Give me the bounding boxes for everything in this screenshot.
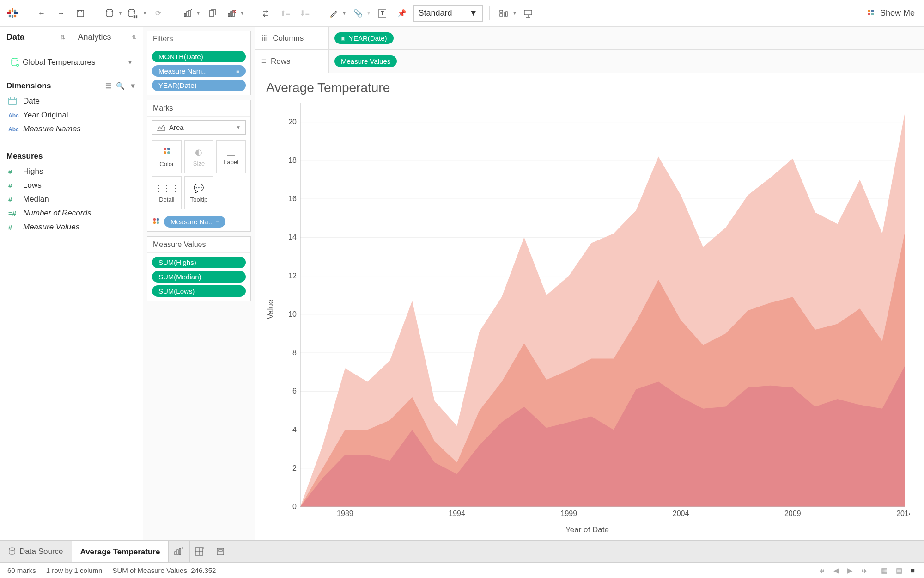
mv-pill-sum-median-[interactable]: SUM(Median) — [152, 271, 246, 283]
tab-data-source[interactable]: Data Source — [0, 541, 72, 562]
nav-last-button[interactable]: ⏭ — [859, 566, 870, 576]
data-pane: Data⇅ Analytics⇅ Global Temperatures ▼ D… — [0, 27, 143, 540]
chevron-down-icon[interactable]: ▼ — [342, 11, 346, 16]
view-full-button[interactable]: ■ — [909, 566, 917, 576]
svg-rect-2 — [7, 12, 11, 14]
datasource-selector[interactable]: Global Temperatures — [6, 54, 123, 71]
chevron-down-icon[interactable]: ▼ — [118, 11, 122, 16]
filter-pill-year-date-[interactable]: YEAR(Date) — [152, 80, 246, 91]
mark-color-button[interactable]: Color — [152, 140, 182, 173]
svg-text:20: 20 — [288, 118, 297, 126]
nav-prev-button[interactable]: ◀ — [832, 566, 841, 576]
measure-median[interactable]: #Median — [0, 192, 143, 206]
view-list-icon[interactable]: ☰ — [105, 82, 111, 90]
pause-data-button[interactable]: ▮▮ — [126, 6, 142, 21]
sort-desc-button[interactable]: ⬇≡ — [297, 6, 312, 21]
svg-rect-14 — [189, 10, 190, 17]
rows-pill-measure-values[interactable]: Measure Values — [334, 55, 397, 67]
logo-icon[interactable] — [5, 6, 20, 21]
new-worksheet-button[interactable]: + — [169, 541, 190, 562]
show-cards-button[interactable] — [496, 6, 512, 21]
database-icon — [11, 58, 19, 67]
svg-text:10: 10 — [288, 310, 297, 318]
tab-data[interactable]: Data⇅ — [0, 27, 72, 48]
mark-label-button[interactable]: TLabel — [216, 140, 246, 173]
rows-shelf[interactable]: ≡Rows Measure Values — [255, 50, 924, 73]
dimension-measure-names[interactable]: AbcMeasure Names — [0, 122, 143, 136]
tab-sheet-average-temperature[interactable]: Average Temperature — [72, 541, 169, 562]
svg-text:2014: 2014 — [896, 510, 910, 517]
swap-button[interactable] — [258, 6, 274, 21]
database-icon — [8, 547, 16, 556]
status-marks: 60 marks — [7, 566, 36, 574]
text-label-button[interactable]: T — [375, 6, 390, 21]
svg-text:2: 2 — [292, 464, 297, 472]
back-button[interactable]: ← — [34, 6, 49, 21]
duplicate-button[interactable] — [204, 6, 220, 21]
datasource-dropdown[interactable]: ▼ — [123, 54, 137, 71]
dimension-date[interactable]: Date — [0, 94, 143, 108]
svg-rect-77 — [177, 550, 178, 555]
svg-rect-78 — [179, 548, 181, 555]
sort-icon[interactable]: ⇅ — [61, 34, 65, 41]
columns-shelf[interactable]: iiiColumns ▣YEAR(Date) — [255, 27, 924, 50]
chart-title: Average Temperature — [264, 80, 910, 95]
tab-analytics[interactable]: Analytics⇅ — [72, 27, 143, 48]
svg-text:8: 8 — [292, 349, 297, 357]
mark-size-button[interactable]: ◐Size — [184, 140, 214, 173]
svg-rect-30 — [871, 13, 874, 15]
measure-highs[interactable]: #Highs — [0, 165, 143, 178]
svg-rect-8 — [77, 10, 84, 17]
save-button[interactable] — [73, 6, 88, 21]
view-split-button[interactable]: ▤ — [894, 566, 904, 576]
new-story-button[interactable]: + — [211, 541, 232, 562]
filter-pill-month-date-[interactable]: MONTH(Date) — [152, 51, 246, 62]
mark-type-selector[interactable]: Area ▼ — [152, 120, 246, 135]
group-button[interactable]: 📎 — [350, 6, 366, 21]
filter-pill-measure-nam-[interactable]: Measure Nam..≡ — [152, 65, 246, 77]
menu-icon[interactable]: ▼ — [129, 82, 136, 90]
new-worksheet-button[interactable]: + — [180, 6, 195, 21]
chevron-down-icon[interactable]: ▼ — [240, 11, 244, 16]
abc-icon: Abc — [8, 126, 18, 133]
forward-button[interactable]: → — [53, 6, 69, 21]
mv-pill-sum-highs-[interactable]: SUM(Highs) — [152, 257, 246, 268]
chart-plot[interactable]: 0246810121416182019891994199920042009201… — [277, 98, 910, 521]
nav-next-button[interactable]: ▶ — [845, 566, 855, 576]
show-me-button[interactable]: Show Me — [863, 6, 919, 20]
new-datasource-button[interactable] — [102, 6, 117, 21]
search-icon[interactable]: 🔍 — [116, 82, 125, 90]
chevron-down-icon[interactable]: ▼ — [513, 11, 517, 16]
columns-pill-year[interactable]: ▣YEAR(Date) — [334, 32, 394, 44]
clear-button[interactable] — [224, 6, 239, 21]
chevron-down-icon[interactable]: ▼ — [143, 11, 147, 16]
refresh-button[interactable]: ⟳ — [151, 6, 166, 21]
svg-point-43 — [153, 221, 156, 223]
new-dashboard-button[interactable]: + — [190, 541, 211, 562]
tooltip-icon: 💬 — [194, 183, 204, 193]
mark-tooltip-button[interactable]: 💬Tooltip — [184, 176, 214, 209]
measure-measure-values[interactable]: #Measure Values — [0, 220, 143, 234]
svg-rect-3 — [14, 12, 18, 14]
mark-detail-button[interactable]: ⋮⋮⋮Detail — [152, 176, 182, 209]
nav-first-button[interactable]: ⏮ — [816, 566, 827, 576]
svg-rect-82 — [217, 548, 224, 555]
svg-point-39 — [164, 151, 166, 154]
measure-number-of-records[interactable]: =#Number of Records — [0, 206, 143, 220]
dimension-year-original[interactable]: AbcYear Original — [0, 108, 143, 122]
view-grid-button[interactable]: ▦ — [879, 566, 889, 576]
svg-text:12: 12 — [288, 272, 297, 280]
svg-rect-1 — [12, 15, 13, 18]
measure-lows[interactable]: #Lows — [0, 178, 143, 192]
presentation-button[interactable] — [520, 6, 536, 21]
sort-asc-button[interactable]: ⬆≡ — [277, 6, 293, 21]
pin-button[interactable]: 📌 — [394, 6, 410, 21]
chevron-down-icon[interactable]: ▼ — [196, 11, 201, 16]
sort-icon[interactable]: ⇅ — [132, 34, 136, 41]
color-pill-measure-names[interactable]: Measure Na..≡ — [164, 216, 225, 228]
chevron-down-icon[interactable]: ▼ — [367, 11, 371, 16]
fit-selector[interactable]: Standard▼ — [413, 5, 483, 22]
highlight-button[interactable] — [326, 6, 341, 21]
svg-point-42 — [157, 218, 159, 220]
mv-pill-sum-lows-[interactable]: SUM(Lows) — [152, 285, 246, 297]
